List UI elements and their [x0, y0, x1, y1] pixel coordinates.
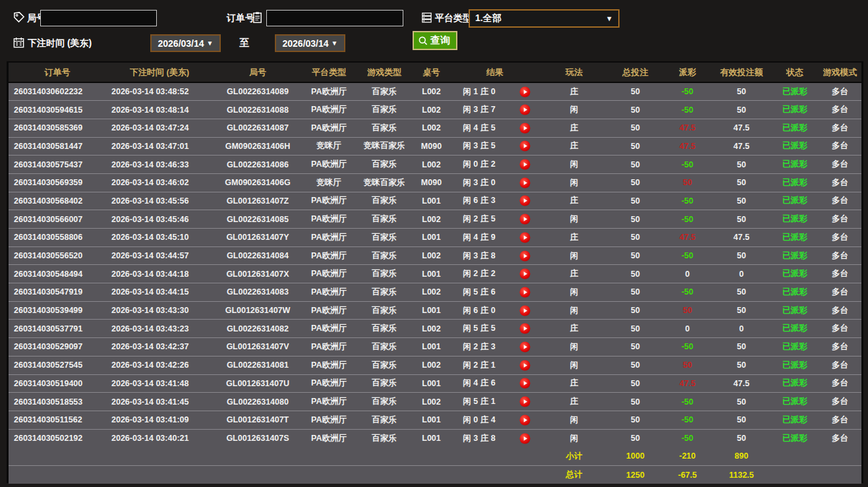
order-id-cell: 260314030547919 — [9, 283, 106, 302]
play-replay-button[interactable] — [519, 360, 531, 371]
play-replay-button[interactable] — [519, 433, 531, 444]
total-bet-cell: 50 — [608, 320, 663, 338]
play-replay-button[interactable] — [519, 232, 531, 243]
total-bet-cell: 50 — [608, 82, 663, 101]
mode-cell: 多台 — [819, 356, 861, 374]
platform-cell: PA欧洲厅 — [303, 265, 355, 283]
search-button[interactable]: 查询 — [413, 31, 457, 50]
payout-cell: 50 — [663, 301, 712, 320]
payout-cell: 0 — [663, 265, 712, 283]
play-replay-button[interactable] — [519, 159, 531, 170]
bet-time-cell: 2026-03-14 03:42:37 — [106, 338, 213, 357]
platform-type-select[interactable]: 1.全部 ▼ — [469, 9, 620, 28]
play-replay-button[interactable] — [519, 323, 531, 334]
valid-bet-cell: 50 — [712, 101, 771, 119]
mode-cell: 多台 — [819, 246, 861, 265]
col-header-payout: 派彩 — [663, 63, 712, 82]
play-replay-button[interactable] — [519, 177, 531, 188]
play-replay-button[interactable] — [519, 268, 531, 279]
valid-bet-cell: 47.5 — [712, 229, 771, 247]
mode-cell: 多台 — [819, 338, 861, 357]
play-replay-button[interactable] — [519, 86, 531, 98]
platform-cell: PA欧洲厅 — [303, 246, 355, 265]
status-cell: 已派彩 — [771, 192, 819, 210]
table-row: 260314030547919 2026-03-14 03:44:15 GL00… — [9, 283, 861, 302]
play-replay-button[interactable] — [519, 195, 531, 206]
valid-bet-cell: 50 — [712, 393, 771, 411]
round-id-cell: GM0902631406G — [213, 173, 303, 192]
result-cell: 闲 4 庄 6 — [449, 374, 509, 393]
play-type-cell: 庄 — [540, 192, 608, 210]
game-type-cell: 百家乐 — [355, 301, 413, 320]
total-bet-cell: 50 — [608, 338, 663, 357]
table-id-cell: L001 — [413, 301, 449, 320]
round-id-cell: GL00226314088 — [213, 101, 303, 119]
game-type-cell: 竞咪百家乐 — [355, 137, 413, 156]
result-cell: 闲 0 庄 2 — [449, 156, 509, 174]
play-type-cell: 庄 — [540, 119, 608, 137]
col-header-play: 玩法 — [540, 63, 608, 82]
total-bet-cell: 50 — [608, 393, 663, 411]
valid-bet-cell: 50 — [712, 173, 771, 192]
status-cell: 已派彩 — [771, 137, 819, 156]
result-cell: 闲 2 庄 2 — [449, 265, 509, 283]
play-replay-button[interactable] — [519, 415, 531, 426]
table-id-cell: L002 — [413, 320, 449, 338]
play-replay-button[interactable] — [519, 341, 531, 353]
payout-cell: -50 — [663, 210, 712, 229]
platform-cell: PA欧洲厅 — [303, 393, 355, 411]
play-type-cell: 闲 — [540, 301, 608, 320]
play-type-cell: 闲 — [540, 210, 608, 229]
valid-bet-cell: 47.5 — [712, 137, 771, 156]
play-replay-button[interactable] — [519, 140, 531, 152]
total-bet-cell: 50 — [608, 173, 663, 192]
col-header-table-id: 桌号 — [413, 63, 449, 82]
calendar-icon — [13, 36, 25, 49]
table-row: 260314030539499 2026-03-14 03:43:30 GL00… — [9, 301, 861, 320]
platform-cell: PA欧洲厅 — [303, 82, 355, 101]
play-replay-button[interactable] — [519, 396, 531, 407]
date-to-picker[interactable]: 2026/03/14 ▼ — [275, 34, 345, 52]
date-from-value: 2026/03/14 — [158, 38, 204, 49]
play-type-cell: 庄 — [540, 265, 608, 283]
order-id-cell: 260314030575437 — [9, 156, 106, 174]
filter-bar: 局号 订单号 平台类型 1.全部 ▼ 下注时间 (美东) 2026/03/14 … — [0, 0, 868, 61]
status-cell: 已派彩 — [771, 82, 819, 101]
result-cell: 闲 3 庄 0 — [449, 173, 509, 192]
replay-cell — [509, 173, 540, 192]
grand-total-row: 总计 1250 -67.5 1132.5 — [9, 465, 861, 484]
game-type-cell: 百家乐 — [355, 411, 413, 429]
table-id-cell: L002 — [413, 101, 449, 119]
total-bet-cell: 50 — [608, 192, 663, 210]
payout-cell: 47.5 — [663, 137, 712, 156]
chevron-down-icon: ▼ — [207, 40, 214, 47]
date-from-picker[interactable]: 2026/03/14 ▼ — [150, 34, 221, 52]
play-type-cell: 庄 — [540, 320, 608, 338]
play-replay-button[interactable] — [519, 305, 531, 316]
game-type-cell: 竞咪百家乐 — [355, 173, 413, 192]
valid-bet-cell: 50 — [712, 156, 771, 174]
replay-cell — [509, 192, 540, 210]
bet-time-cell: 2026-03-14 03:43:23 — [106, 320, 213, 338]
play-replay-button[interactable] — [519, 123, 531, 134]
replay-cell — [509, 101, 540, 119]
col-header-valid-bet: 有效投注额 — [712, 63, 771, 82]
table-row: 260314030566007 2026-03-14 03:45:46 GL00… — [9, 210, 861, 229]
mode-cell: 多台 — [819, 156, 861, 174]
play-replay-button[interactable] — [519, 250, 531, 262]
play-replay-button[interactable] — [519, 214, 531, 225]
table-row: 260314030537791 2026-03-14 03:43:23 GL00… — [9, 320, 861, 338]
order-id-input[interactable] — [266, 10, 403, 26]
play-replay-button[interactable] — [519, 378, 531, 389]
table-id-cell: L001 — [413, 429, 449, 447]
total-bet-cell: 50 — [608, 283, 663, 302]
round-id-input[interactable] — [40, 10, 157, 26]
total-bet-cell: 50 — [608, 429, 663, 447]
result-cell: 闲 6 庄 0 — [449, 301, 509, 320]
result-cell: 闲 2 庄 1 — [449, 356, 509, 374]
play-replay-button[interactable] — [519, 104, 531, 115]
table-row: 260314030529097 2026-03-14 03:42:37 GL00… — [9, 338, 861, 357]
play-replay-button[interactable] — [519, 287, 531, 298]
bet-time-cell: 2026-03-14 03:45:46 — [106, 210, 213, 229]
payout-cell: -50 — [663, 411, 712, 429]
